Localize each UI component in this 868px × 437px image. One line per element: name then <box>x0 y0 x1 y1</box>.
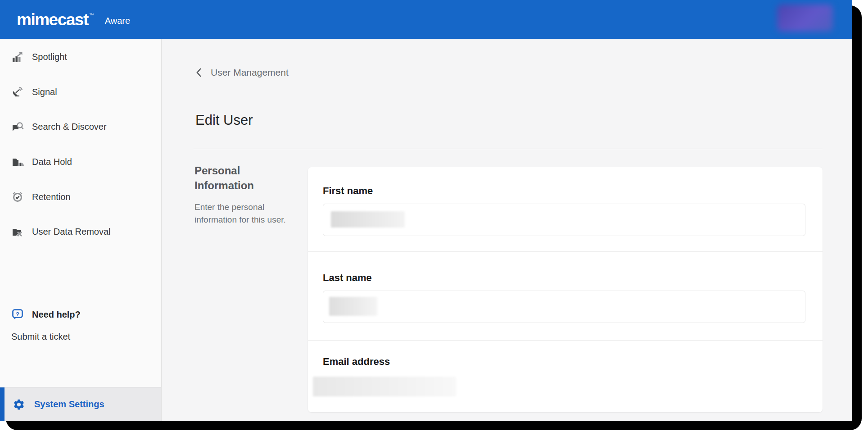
sidebar-item-spotlight[interactable]: Spotlight <box>0 40 161 75</box>
submit-ticket-link[interactable]: Submit a ticket <box>11 332 81 342</box>
need-help-label: Need help? <box>32 310 81 320</box>
title-divider <box>194 149 823 149</box>
top-header-bar: mimecast ™ Aware <box>0 0 852 39</box>
last-name-group: Last name <box>308 252 823 341</box>
last-name-input[interactable] <box>323 291 805 323</box>
first-name-value-redacted <box>331 211 405 228</box>
sidebar-nav: Spotlight Signal <box>0 40 161 250</box>
system-settings-label: System Settings <box>34 399 104 410</box>
sidebar-item-system-settings[interactable]: System Settings <box>0 387 161 421</box>
signal-icon <box>11 86 24 98</box>
sidebar-item-retention[interactable]: Retention <box>0 179 161 214</box>
sidebar-item-label: Retention <box>32 192 71 202</box>
email-value-redacted <box>313 377 456 396</box>
need-help-link[interactable]: ? Need help? <box>11 308 81 321</box>
breadcrumb-back[interactable]: User Management <box>195 67 289 78</box>
sidebar: Spotlight Signal <box>0 39 162 421</box>
sidebar-item-label: User Data Removal <box>32 227 111 237</box>
email-address-label: Email address <box>323 356 805 368</box>
email-group: Email address <box>308 341 823 396</box>
account-avatar-redacted[interactable] <box>777 5 833 32</box>
page-title: Edit User <box>195 112 253 128</box>
breadcrumb-label: User Management <box>211 67 289 78</box>
sidebar-item-search-discover[interactable]: Search & Discover <box>0 109 161 145</box>
spotlight-icon <box>11 51 24 64</box>
logo-text: mimecast <box>17 11 88 28</box>
user-data-removal-icon <box>11 226 24 238</box>
help-bubble-icon: ? <box>11 308 24 321</box>
gear-icon <box>13 398 25 411</box>
section-title: Personal Information <box>194 163 289 193</box>
sidebar-item-user-data-removal[interactable]: User Data Removal <box>0 214 161 250</box>
first-name-group: First name <box>308 167 823 252</box>
first-name-input[interactable] <box>323 204 805 236</box>
product-name: Aware <box>105 16 130 26</box>
logo-trademark: ™ <box>89 12 94 18</box>
sidebar-item-label: Spotlight <box>32 52 67 62</box>
section-header: Personal Information Enter the personal … <box>194 163 289 226</box>
mimecast-logo: mimecast ™ <box>17 11 94 28</box>
help-block: ? Need help? Submit a ticket <box>11 308 81 342</box>
active-item-accent-bar <box>0 387 5 421</box>
data-hold-icon <box>11 156 24 168</box>
last-name-label: Last name <box>323 272 805 284</box>
last-name-value-redacted <box>329 297 377 316</box>
sidebar-item-signal[interactable]: Signal <box>0 75 161 110</box>
app-window: mimecast ™ Aware Spotlight <box>0 0 852 421</box>
sidebar-item-data-hold[interactable]: Data Hold <box>0 145 161 180</box>
sidebar-item-label: Search & Discover <box>32 122 107 132</box>
first-name-label: First name <box>323 185 805 197</box>
sidebar-item-label: Signal <box>32 87 57 97</box>
main-content: User Management Edit User Personal Infor… <box>162 39 852 421</box>
retention-icon <box>11 191 24 203</box>
back-chevron-icon <box>195 67 203 78</box>
section-description: Enter the personal information for this … <box>194 201 289 226</box>
search-discover-icon <box>11 121 24 133</box>
sidebar-item-label: Data Hold <box>32 157 72 167</box>
personal-information-card: First name Last name Email address <box>308 167 823 412</box>
svg-text:?: ? <box>16 311 19 318</box>
